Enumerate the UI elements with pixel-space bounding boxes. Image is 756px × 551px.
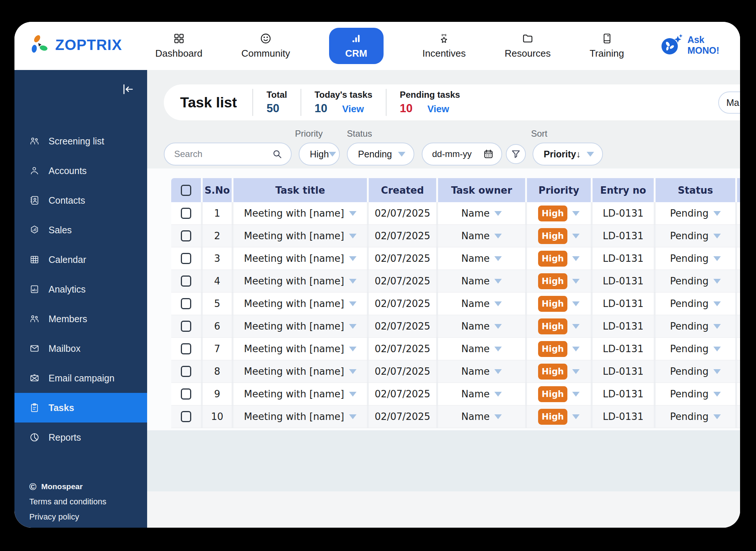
chevron-down-icon[interactable] bbox=[349, 279, 357, 284]
chevron-down-icon[interactable] bbox=[349, 392, 357, 397]
select-all-checkbox[interactable] bbox=[181, 185, 191, 196]
privacy-link[interactable]: Privacy policy bbox=[29, 512, 106, 522]
row-checkbox[interactable] bbox=[181, 253, 191, 264]
chevron-down-icon[interactable] bbox=[349, 234, 357, 238]
ask-mono-button[interactable]: Ask MONO! bbox=[660, 34, 719, 57]
pending-view-link[interactable]: View bbox=[427, 103, 449, 115]
status-filter-dropdown[interactable]: Pending bbox=[347, 143, 414, 166]
lower-panel-bg bbox=[147, 430, 740, 491]
row-checkbox[interactable] bbox=[181, 411, 191, 422]
table-row: 10 Meeting with [name] 02/07/2025 Name H… bbox=[171, 405, 740, 428]
clipped-cell bbox=[737, 315, 740, 337]
sidebar-item[interactable]: Calendar bbox=[14, 245, 147, 274]
sidebar-item[interactable]: Mailbox bbox=[14, 334, 147, 363]
nav-item-label: Training bbox=[590, 48, 624, 59]
row-checkbox[interactable] bbox=[181, 321, 191, 332]
chevron-down-icon[interactable] bbox=[713, 256, 721, 261]
status-filter-label: Status bbox=[347, 128, 372, 139]
calendar-icon bbox=[483, 148, 494, 160]
chevron-down-icon[interactable] bbox=[494, 211, 502, 216]
chevron-down-icon[interactable] bbox=[494, 414, 502, 419]
row-checkbox[interactable] bbox=[181, 366, 191, 377]
row-checkbox[interactable] bbox=[181, 276, 191, 287]
chevron-down-icon[interactable] bbox=[349, 301, 357, 306]
chevron-down-icon[interactable] bbox=[572, 392, 580, 397]
task-title-cell: Meeting with [name] bbox=[233, 270, 367, 292]
chevron-down-icon[interactable] bbox=[713, 347, 721, 351]
sidebar-item[interactable]: Email campaign bbox=[14, 363, 147, 393]
chevron-down-icon[interactable] bbox=[713, 369, 721, 374]
sidebar-item-label: Contacts bbox=[49, 195, 85, 206]
star-award-icon bbox=[438, 33, 450, 44]
chevron-down-icon[interactable] bbox=[713, 414, 721, 419]
chevron-down-icon[interactable] bbox=[713, 234, 721, 238]
priority-filter-dropdown[interactable]: High bbox=[299, 143, 340, 166]
chevron-down-icon[interactable] bbox=[494, 392, 502, 397]
table-row: 2 Meeting with [name] 02/07/2025 Name Hi… bbox=[171, 225, 740, 247]
sidebar-item[interactable]: Screening list bbox=[14, 126, 147, 156]
chevron-down-icon[interactable] bbox=[572, 211, 580, 216]
sno-cell: 6 bbox=[203, 315, 232, 337]
chevron-down-icon[interactable] bbox=[713, 279, 721, 284]
chevron-down-icon[interactable] bbox=[349, 414, 357, 419]
sidebar-item[interactable]: Analytics bbox=[14, 274, 147, 304]
date-filter-input[interactable]: dd-mm-yy bbox=[422, 143, 502, 166]
chevron-down-icon[interactable] bbox=[713, 324, 721, 329]
chevron-down-icon[interactable] bbox=[494, 256, 502, 261]
sidebar-item[interactable]: Tasks bbox=[14, 393, 147, 423]
priority-cell: High bbox=[527, 405, 591, 428]
sidebar-item[interactable]: Members bbox=[14, 304, 147, 334]
chevron-down-icon[interactable] bbox=[572, 256, 580, 261]
nav-item[interactable]: Community bbox=[241, 33, 290, 59]
company-name: Monospear bbox=[41, 482, 83, 491]
sidebar-item[interactable]: Sales bbox=[14, 215, 147, 245]
chevron-down-icon[interactable] bbox=[572, 234, 580, 238]
row-checkbox[interactable] bbox=[181, 298, 191, 309]
todays-view-link[interactable]: View bbox=[342, 103, 364, 115]
terms-link[interactable]: Terms and conditions bbox=[29, 497, 106, 507]
chevron-down-icon[interactable] bbox=[572, 301, 580, 306]
brand-logo[interactable]: ZOPTRIX bbox=[29, 34, 122, 56]
chevron-down-icon[interactable] bbox=[494, 234, 502, 238]
chevron-down-icon[interactable] bbox=[572, 347, 580, 351]
chevron-down-icon[interactable] bbox=[713, 301, 721, 306]
chevron-down-icon[interactable] bbox=[572, 324, 580, 329]
search-icon[interactable] bbox=[272, 148, 283, 160]
chevron-down-icon[interactable] bbox=[349, 369, 357, 374]
row-checkbox[interactable] bbox=[181, 343, 191, 354]
sidebar-item[interactable]: Accounts bbox=[14, 156, 147, 186]
row-checkbox[interactable] bbox=[181, 388, 191, 400]
entry-no-cell: LD-0131 bbox=[593, 270, 654, 292]
chevron-down-icon[interactable] bbox=[713, 392, 721, 397]
chevron-down-icon[interactable] bbox=[349, 256, 357, 261]
sidebar-item[interactable]: Contacts bbox=[14, 186, 147, 215]
nav-item[interactable]: Training bbox=[590, 33, 624, 59]
chevron-down-icon[interactable] bbox=[572, 414, 580, 419]
truncated-action-button[interactable]: Ma bbox=[718, 91, 740, 114]
filter-funnel-button[interactable] bbox=[506, 144, 526, 164]
chevron-down-icon[interactable] bbox=[494, 301, 502, 306]
search-input[interactable] bbox=[174, 149, 263, 159]
sidebar-item[interactable]: Reports bbox=[14, 423, 147, 452]
nav-item[interactable]: Resources bbox=[505, 33, 551, 59]
entry-no-cell: LD-0131 bbox=[593, 360, 654, 383]
chevron-down-icon[interactable] bbox=[349, 324, 357, 329]
chevron-down-icon bbox=[329, 152, 336, 157]
chevron-down-icon[interactable] bbox=[572, 369, 580, 374]
chevron-down-icon[interactable] bbox=[349, 347, 357, 351]
chevron-down-icon[interactable] bbox=[572, 279, 580, 284]
row-checkbox[interactable] bbox=[181, 208, 191, 219]
chevron-down-icon[interactable] bbox=[349, 211, 357, 216]
sidebar-collapse-icon[interactable] bbox=[121, 83, 135, 96]
nav-item[interactable]: Incentives bbox=[422, 33, 466, 59]
nav-item[interactable]: Dashboard bbox=[155, 33, 202, 59]
row-checkbox[interactable] bbox=[181, 230, 191, 241]
sidebar-footer: © Monospear Terms and conditions Privacy… bbox=[29, 482, 106, 522]
chevron-down-icon[interactable] bbox=[494, 279, 502, 284]
chevron-down-icon[interactable] bbox=[494, 347, 502, 351]
chevron-down-icon[interactable] bbox=[494, 324, 502, 329]
nav-item[interactable]: CRM bbox=[329, 28, 384, 64]
chevron-down-icon[interactable] bbox=[494, 369, 502, 374]
chevron-down-icon[interactable] bbox=[713, 211, 721, 216]
sort-dropdown[interactable]: Priority↓ bbox=[533, 143, 603, 166]
